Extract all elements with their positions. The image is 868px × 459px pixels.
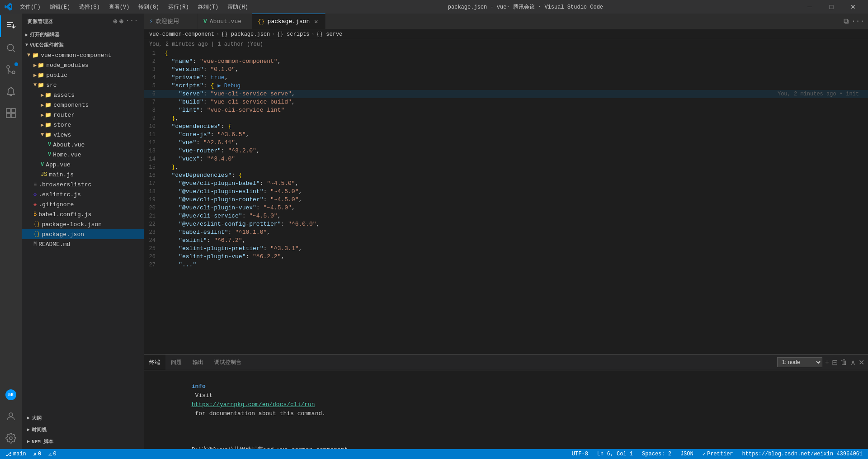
terminal-tab-terminal[interactable]: 终端: [144, 355, 165, 370]
status-spaces[interactable]: Spaces: 2: [640, 451, 673, 457]
tab-package-json[interactable]: {} package.json ✕: [252, 14, 326, 29]
breadcrumb-file[interactable]: {} package.json: [221, 31, 270, 38]
activity-settings[interactable]: [0, 427, 22, 449]
maximize-button[interactable]: □: [821, 0, 842, 14]
status-errors[interactable]: ✗ 0: [32, 451, 43, 458]
open-editors-header[interactable]: ▶ 打开的编辑器: [22, 29, 144, 40]
terminal-delete-button[interactable]: 🗑: [840, 358, 848, 366]
code-editor[interactable]: 1 { 2 "name": "vue-common-component", 3 …: [144, 49, 868, 354]
tab-bar-actions[interactable]: ⧉ ···: [840, 14, 868, 29]
status-language[interactable]: JSON: [679, 451, 695, 457]
activity-scm[interactable]: [0, 59, 22, 80]
tree-home-vue[interactable]: V Home.vue: [22, 150, 144, 160]
user-avatar: 5K: [5, 389, 16, 400]
terminal-tab-problems[interactable]: 问题: [165, 355, 187, 370]
tree-gitignore[interactable]: ◈ .gitignore: [22, 199, 144, 209]
tree-vue-common-component[interactable]: ▼ 📁 vue-common-component: [22, 50, 144, 60]
title-bar-menu[interactable]: 文件(F) 编辑(E) 选择(S) 查看(V) 转到(G) 运行(R) 终端(T…: [16, 2, 252, 12]
activity-extensions[interactable]: [0, 102, 22, 124]
menu-goto[interactable]: 转到(G): [135, 2, 163, 12]
vscode-logo: [5, 3, 13, 11]
activity-debug[interactable]: [0, 80, 22, 102]
tree-views[interactable]: ▼ 📁 views: [22, 130, 144, 140]
terminal-maximize-button[interactable]: ∧: [850, 358, 856, 367]
tree-router[interactable]: ▶ 📁 router: [22, 110, 144, 120]
status-blog-link[interactable]: https://blog.csdn.net/weixin_43964061: [741, 451, 864, 457]
code-line-22: 22 "@vue/eslint-config-prettier": "^6.0.…: [144, 220, 868, 228]
sidebar-new-folder[interactable]: ⊕: [119, 17, 124, 26]
sidebar-timeline[interactable]: ▶ 时间线: [22, 424, 144, 435]
tree-assets[interactable]: ▶ 📁 assets: [22, 90, 144, 100]
sidebar-npm[interactable]: ▶ NPM 脚本: [22, 435, 144, 447]
split-editor-button[interactable]: ⧉: [844, 17, 849, 26]
activity-account[interactable]: [0, 406, 22, 427]
terminal-content[interactable]: info Visit https://yarnpkg.com/en/docs/c…: [144, 370, 868, 449]
menu-view[interactable]: 查看(V): [105, 2, 133, 12]
warning-icon: ⚠: [48, 451, 52, 458]
tree-about-vue[interactable]: V About.vue: [22, 140, 144, 150]
terminal-split-button[interactable]: ⊟: [832, 358, 838, 367]
close-button[interactable]: ✕: [843, 0, 863, 14]
tab-welcome[interactable]: ⚡ 欢迎使用: [144, 14, 198, 29]
code-line-21: 21 "@vue/cli-service": "~4.5.0",: [144, 212, 868, 220]
tree-store[interactable]: ▶ 📁 store: [22, 120, 144, 130]
tree-package-json[interactable]: {} package.json: [22, 229, 144, 239]
code-line-10: 10 "dependencies": {: [144, 123, 868, 131]
tab-bar: ⚡ 欢迎使用 V About.vue {} package.json ✕ ⧉ ·…: [144, 14, 868, 29]
minimize-button[interactable]: ─: [799, 0, 820, 14]
code-line-12: 12 "vue": "^2.6.11",: [144, 139, 868, 147]
tree-node-modules[interactable]: ▶ 📁 node_modules: [22, 60, 144, 70]
menu-select[interactable]: 选择(S): [75, 2, 104, 12]
activity-explorer[interactable]: [0, 15, 22, 37]
svg-rect-6: [11, 114, 15, 118]
code-line-1: 1 {: [144, 49, 868, 57]
breadcrumb-serve[interactable]: {} serve: [316, 31, 343, 38]
sidebar-bottom: ▶ 大纲 ▶ 时间线 ▶ NPM 脚本: [22, 410, 144, 449]
title-bar-controls[interactable]: ─ □ ✕: [799, 0, 863, 14]
welcome-icon: ⚡: [149, 18, 153, 25]
terminal-tab-debug[interactable]: 调试控制台: [209, 355, 247, 370]
menu-help[interactable]: 帮助(H): [224, 2, 252, 12]
sidebar-header-icons[interactable]: ⊕ ⊕ ···: [113, 17, 138, 26]
code-line-19: 19 "@vue/cli-plugin-router": "~4.5.0",: [144, 196, 868, 204]
more-actions-button[interactable]: ···: [851, 17, 864, 25]
tree-babel[interactable]: B babel.config.js: [22, 209, 144, 219]
sidebar-new-file[interactable]: ⊕: [113, 17, 118, 26]
breadcrumb-scripts[interactable]: {} scripts: [277, 31, 309, 38]
tree-app-vue[interactable]: V App.vue: [22, 160, 144, 170]
code-line-6: 6 "serve": "vue-cli-service serve", You,…: [144, 90, 868, 98]
sidebar-more[interactable]: ···: [125, 17, 138, 26]
terminal-dropdown[interactable]: 1: node: [777, 357, 822, 367]
activity-search[interactable]: [0, 37, 22, 59]
menu-run[interactable]: 运行(R): [165, 2, 193, 12]
menu-edit[interactable]: 编辑(E): [46, 2, 74, 12]
status-prettier[interactable]: ✓ Prettier: [701, 451, 735, 458]
tab-about-vue[interactable]: V About.vue: [198, 14, 252, 29]
activity-remote[interactable]: 5K: [0, 384, 22, 406]
terminal-close-button[interactable]: ✕: [859, 358, 864, 367]
terminal-tab-output[interactable]: 输出: [187, 355, 209, 370]
tree-main-js[interactable]: JS main.js: [22, 170, 144, 180]
menu-terminal[interactable]: 终端(T): [194, 2, 222, 12]
status-cursor[interactable]: Ln 6, Col 1: [595, 451, 635, 457]
tab-close-button[interactable]: ✕: [312, 18, 320, 25]
status-encoding[interactable]: UTF-8: [570, 451, 590, 457]
tree-public[interactable]: ▶ 📁 public: [22, 70, 144, 80]
sidebar-outline[interactable]: ▶ 大纲: [22, 412, 144, 424]
tree-package-lock[interactable]: {} package-lock.json: [22, 219, 144, 229]
menu-file[interactable]: 文件(F): [16, 2, 44, 12]
status-branch[interactable]: ⎇ main: [4, 451, 28, 458]
tree-browserslistrc[interactable]: ≡ .browserslistrc: [22, 180, 144, 189]
term-line-1: info Visit https://yarnpkg.com/en/docs/c…: [149, 373, 863, 427]
breadcrumb-project[interactable]: vue-common-component: [149, 31, 214, 38]
code-line-4: 4 "private": true,: [144, 74, 868, 82]
tree-src[interactable]: ▼ 📁 src: [22, 80, 144, 90]
tree-readme[interactable]: M README.md: [22, 239, 144, 249]
project-header[interactable]: ▼ VUE公组件封装: [22, 40, 144, 50]
tree-components[interactable]: ▶ 📁 components: [22, 100, 144, 110]
svg-point-8: [9, 437, 12, 440]
svg-point-0: [7, 44, 14, 51]
terminal-new-button[interactable]: +: [825, 358, 829, 366]
status-warnings[interactable]: ⚠ 0: [47, 451, 58, 458]
tree-eslintrc[interactable]: ⊙ .eslintrc.js: [22, 189, 144, 199]
